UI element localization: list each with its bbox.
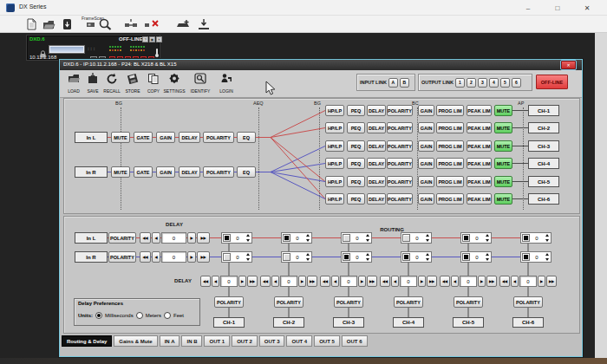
ch6-delay-rew-button[interactable]: ◀◀ — [499, 276, 510, 287]
units-radio-milliseconds[interactable] — [95, 312, 102, 319]
route-l-ch6-value[interactable]: 0 — [531, 236, 543, 241]
route-r-ch3-value[interactable]: 0 — [351, 255, 363, 260]
tab-routing-delay[interactable]: Routing & Delay — [62, 335, 112, 347]
out-3-peq-button[interactable]: PEQ — [347, 140, 365, 152]
out-6-prog-lim-button[interactable]: PROG LIM — [436, 193, 464, 205]
output-link-5[interactable]: 5 — [500, 78, 510, 88]
ch4-delay-back-button[interactable]: ◀ — [391, 276, 399, 287]
out-2-gain-button[interactable]: GAIN — [418, 122, 434, 133]
ch4-delay-value[interactable]: 0 — [400, 276, 417, 287]
out-3-polarity-button[interactable]: POLARITY — [387, 140, 413, 152]
device-status-panel[interactable]: DXD.6 OFF-LINE ? ▣ ✕ : : : 10.11.2.168 — [26, 35, 160, 61]
out-1-delay-button[interactable]: DELAY — [367, 105, 386, 116]
in-l-polarity-button[interactable]: POLARITY — [203, 132, 234, 143]
input-r-polarity-button[interactable]: POLARITY — [108, 251, 136, 263]
offline-button[interactable]: OFF-LINE — [536, 75, 568, 89]
out-6-peq-button[interactable]: PEQ — [347, 193, 365, 205]
input-link-a[interactable]: A — [388, 78, 398, 88]
in-l-delay-button[interactable]: DELAY — [179, 132, 200, 143]
settings-button[interactable]: SETTINGS — [164, 72, 185, 95]
input-r-delay-ffwd-button[interactable]: ▶▶ — [197, 251, 210, 263]
out-5-delay-button[interactable]: DELAY — [367, 176, 386, 187]
ch5-delay-rew-button[interactable]: ◀◀ — [440, 276, 450, 287]
route-r-ch4-value[interactable]: 0 — [411, 255, 423, 260]
tab-out-6[interactable]: OUT 6 — [342, 335, 368, 347]
close-button[interactable]: ✕ — [574, 0, 600, 16]
route-l-ch4-checkbox[interactable] — [402, 234, 410, 242]
out-3-delay-button[interactable]: DELAY — [367, 140, 386, 152]
route-l-ch5-spinner[interactable] — [484, 233, 490, 243]
ch6-delay-back-button[interactable]: ◀ — [511, 276, 519, 287]
input-r-delay-fwd-button[interactable]: ▶ — [187, 251, 196, 263]
out-6-delay-button[interactable]: DELAY — [367, 193, 386, 205]
out-4-peak-lim-button[interactable]: PEAK LIM — [467, 158, 492, 169]
tab-out-4[interactable]: OUT 4 — [286, 335, 312, 347]
route-l-ch6-checkbox[interactable] — [522, 234, 530, 242]
route-l-ch5-value[interactable]: 0 — [471, 236, 483, 241]
route-l-ch3-checkbox[interactable] — [343, 234, 350, 242]
in-r-delay-button[interactable]: DELAY — [179, 166, 200, 178]
import-icon[interactable] — [60, 17, 75, 31]
route-r-ch2-value[interactable]: 0 — [291, 255, 304, 260]
input-l-delay-ffwd-button[interactable]: ▶▶ — [197, 232, 210, 244]
out-5-hp-lp-button[interactable]: HP/LP — [325, 176, 344, 187]
out-3-prog-lim-button[interactable]: PROG LIM — [436, 140, 464, 152]
output-link-1[interactable]: 1 — [455, 78, 465, 88]
device-window-close-button[interactable]: ✕ — [561, 61, 576, 69]
input-l-delay-rew-button[interactable]: ◀◀ — [140, 232, 151, 244]
route-r-ch5-spinner[interactable] — [484, 252, 490, 262]
out-4-peq-button[interactable]: PEQ — [347, 158, 365, 169]
ch6-delay-value[interactable]: 0 — [519, 276, 537, 287]
ch4-polarity-button[interactable]: POLARITY — [394, 296, 423, 308]
units-radio-meters[interactable] — [136, 312, 143, 319]
route-r-ch3-spinner[interactable] — [364, 252, 370, 262]
ch2-delay-back-button[interactable]: ◀ — [271, 276, 279, 287]
route-r-ch1-checkbox[interactable] — [223, 253, 231, 261]
out-3-gain-button[interactable]: GAIN — [418, 140, 434, 152]
out-1-peq-button[interactable]: PEQ — [347, 105, 365, 116]
device-close-button[interactable]: ✕ — [156, 36, 162, 42]
ch1-delay-back-button[interactable]: ◀ — [212, 276, 219, 287]
out-2-mute-button[interactable]: MUTE — [494, 122, 512, 133]
store-button[interactable]: STORE — [122, 72, 143, 95]
input-r-delay-value[interactable]: 0 — [161, 251, 186, 263]
ch2-delay-ffwd-button[interactable]: ▶▶ — [307, 276, 317, 287]
out-1-mute-button[interactable]: MUTE — [494, 105, 512, 116]
in-r-eq-button[interactable]: EQ — [237, 166, 256, 178]
maximize-button[interactable]: □ — [545, 0, 571, 16]
ch1-polarity-button[interactable]: POLARITY — [214, 296, 244, 308]
route-l-ch2-value[interactable]: 0 — [291, 236, 304, 241]
new-file-icon[interactable] — [23, 17, 39, 31]
out-2-peq-button[interactable]: PEQ — [347, 122, 365, 133]
out-5-mute-button[interactable]: MUTE — [494, 176, 512, 187]
load-button[interactable]: LOAD — [63, 72, 84, 95]
out-1-polarity-button[interactable]: POLARITY — [387, 105, 413, 116]
identify-button[interactable]: IDENTIFY — [190, 72, 211, 95]
ch1-delay-rew-button[interactable]: ◀◀ — [200, 276, 211, 287]
out-5-prog-lim-button[interactable]: PROG LIM — [436, 176, 464, 187]
ch2-delay-rew-button[interactable]: ◀◀ — [260, 276, 271, 287]
in-l-eq-button[interactable]: EQ — [237, 132, 256, 143]
output-link-6[interactable]: 6 — [512, 78, 521, 88]
out-4-hp-lp-button[interactable]: HP/LP — [325, 158, 344, 169]
out-3-mute-button[interactable]: MUTE — [494, 140, 512, 152]
in-l-mute-button[interactable]: MUTE — [111, 132, 130, 143]
ch3-delay-value[interactable]: 0 — [340, 276, 357, 287]
out-5-peak-lim-button[interactable]: PEAK LIM — [467, 176, 492, 187]
recall-button[interactable]: RECALL — [101, 72, 122, 95]
ch2-polarity-button[interactable]: POLARITY — [274, 296, 304, 308]
ch2-delay-value[interactable]: 0 — [280, 276, 297, 287]
route-r-ch2-checkbox[interactable] — [283, 253, 290, 261]
output-link-2[interactable]: 2 — [467, 78, 476, 88]
tab-out-5[interactable]: OUT 5 — [314, 335, 340, 347]
input-l-delay-fwd-button[interactable]: ▶ — [187, 232, 196, 244]
route-l-ch2-checkbox[interactable] — [283, 234, 290, 242]
route-r-ch4-spinner[interactable] — [424, 252, 430, 262]
out-1-hp-lp-button[interactable]: HP/LP — [325, 105, 344, 116]
firmware-download-icon[interactable] — [196, 17, 212, 31]
add-frame-icon[interactable] — [175, 17, 191, 31]
route-l-ch3-spinner[interactable] — [364, 233, 370, 243]
out-2-peak-lim-button[interactable]: PEAK LIM — [467, 122, 492, 133]
route-r-ch5-checkbox[interactable] — [462, 253, 470, 261]
out-4-gain-button[interactable]: GAIN — [418, 158, 434, 169]
